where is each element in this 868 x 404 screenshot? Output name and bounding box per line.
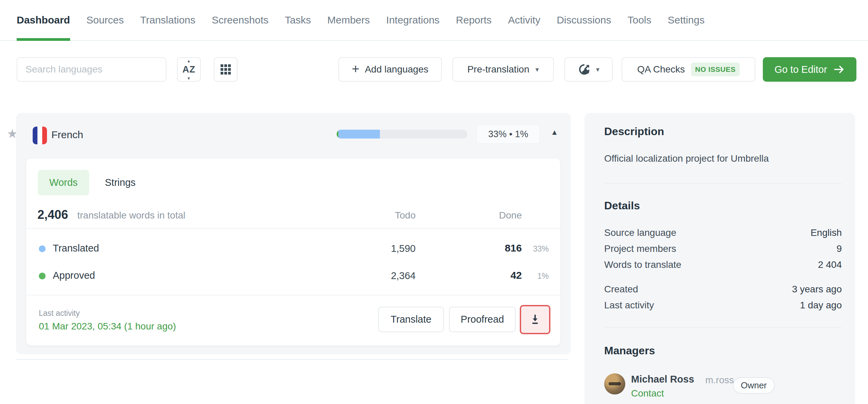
detail-label: Source language <box>604 227 676 238</box>
tab-words[interactable]: Words <box>38 170 89 195</box>
progress-summary-chip: 33% • 1% <box>477 125 540 144</box>
description-title: Description <box>604 125 664 138</box>
column-header-todo: Todo <box>395 210 416 221</box>
tab-discussions[interactable]: Discussions <box>557 0 611 40</box>
detail-value: 9 <box>836 243 842 254</box>
details-title: Details <box>604 199 640 212</box>
project-nav: Dashboard Sources Translations Screensho… <box>0 0 868 41</box>
language-name: French <box>51 129 83 141</box>
manager-name: Michael Ross <box>631 374 694 385</box>
add-languages-button[interactable]: + Add languages <box>338 57 442 82</box>
detail-label: Words to translate <box>604 259 681 270</box>
chevron-down-icon: ▾ <box>596 65 599 74</box>
add-languages-label: Add languages <box>365 64 429 75</box>
project-info-panel: Description Official localization projec… <box>584 113 855 404</box>
table-row-approved: Approved 2,364 42 1% <box>26 264 560 288</box>
manager-username: m.ross <box>705 375 734 386</box>
qa-checks-button[interactable]: QA Checks NO ISSUES <box>622 57 755 82</box>
detail-row-words-to-translate: Words to translate 2 404 <box>604 257 842 273</box>
table-row-translated: Translated 1,590 816 33% <box>26 237 560 261</box>
sync-dropdown[interactable]: ▾ <box>564 57 613 82</box>
divider <box>604 327 842 328</box>
detail-value: 1 day ago <box>800 300 842 311</box>
row-label: Approved <box>53 270 95 281</box>
proofread-button[interactable]: Proofread <box>449 307 516 332</box>
collapse-panel-icon[interactable]: ▲ <box>551 128 558 137</box>
tab-members[interactable]: Members <box>327 0 370 40</box>
pre-translation-label: Pre-translation <box>467 64 529 75</box>
tab-reports[interactable]: Reports <box>456 0 492 40</box>
detail-value: English <box>810 227 842 238</box>
detail-value: 2 404 <box>818 259 842 270</box>
tab-sources[interactable]: Sources <box>86 0 124 40</box>
column-header-done: Done <box>499 210 522 221</box>
language-card-french: French 33% • 1% ▲ Words Strings 2,406 tr… <box>16 113 571 354</box>
divider <box>16 359 568 360</box>
detail-row-created: Created 3 years ago <box>604 281 842 297</box>
row-label: Translated <box>53 243 99 254</box>
french-flag-icon <box>33 127 47 144</box>
tab-dashboard[interactable]: Dashboard <box>17 0 70 40</box>
translated-dot-icon <box>39 245 46 252</box>
units-tabs: Words Strings <box>38 170 135 195</box>
languages-toolbar: AZ + Add languages Pre-translation ▾ ▾ Q… <box>0 57 868 82</box>
go-to-editor-label: Go to Editor <box>774 64 827 75</box>
search-input[interactable] <box>26 64 158 75</box>
description-text: Official localization project for Umbrel… <box>604 153 769 164</box>
divider <box>26 295 560 295</box>
translation-progress-bar <box>337 130 467 139</box>
search-languages-field[interactable] <box>17 57 166 82</box>
tab-translations[interactable]: Translations <box>140 0 195 40</box>
row-done-value: 42 <box>511 270 522 281</box>
download-button-highlighted[interactable] <box>520 305 550 334</box>
detail-label: Last activity <box>604 300 654 311</box>
detail-row-source-language: Source language English <box>604 225 842 241</box>
total-words-value: 2,406 <box>37 208 68 222</box>
last-activity-label: Last activity <box>39 309 80 318</box>
tab-activity[interactable]: Activity <box>508 0 540 40</box>
row-todo-value: 2,364 <box>391 270 416 281</box>
grid-view-button[interactable] <box>214 57 238 82</box>
details-list-secondary: Created 3 years ago Last activity 1 day … <box>604 281 842 313</box>
qa-checks-label: QA Checks <box>637 64 685 75</box>
tab-strings[interactable]: Strings <box>105 177 135 188</box>
detail-row-last-activity: Last activity 1 day ago <box>604 297 842 313</box>
translated-progress-segment <box>338 130 380 139</box>
go-to-editor-button[interactable]: Go to Editor <box>763 57 856 82</box>
chevron-down-icon: ▾ <box>535 65 539 74</box>
tab-settings[interactable]: Settings <box>668 0 705 40</box>
divider <box>26 228 560 229</box>
tab-tasks[interactable]: Tasks <box>285 0 311 40</box>
detail-label: Project members <box>604 243 676 254</box>
tab-tools[interactable]: Tools <box>627 0 651 40</box>
detail-row-project-members: Project members 9 <box>604 241 842 257</box>
manager-contact-link[interactable]: Contact <box>631 388 664 399</box>
plus-icon: + <box>352 62 359 75</box>
qa-status-badge: NO ISSUES <box>691 63 740 76</box>
tab-screenshots[interactable]: Screenshots <box>212 0 269 40</box>
manager-avatar <box>604 373 625 394</box>
sort-az-icon: AZ <box>182 64 195 75</box>
managers-title: Managers <box>604 344 655 357</box>
last-activity-link[interactable]: 01 Mar 2023, 05:34 (1 hour ago) <box>39 321 176 332</box>
approved-dot-icon <box>39 273 46 279</box>
translate-button[interactable]: Translate <box>378 307 444 332</box>
sort-alphabetically-button[interactable]: AZ <box>177 57 201 82</box>
detail-label: Created <box>604 284 638 295</box>
detail-value: 3 years ago <box>792 284 842 295</box>
row-percent-value: 33% <box>533 244 549 254</box>
cloud-sync-icon <box>578 63 591 76</box>
download-icon <box>529 314 541 325</box>
grid-view-icon <box>221 64 231 75</box>
row-done-value: 816 <box>505 242 522 254</box>
language-stats-panel: Words Strings 2,406 translatable words i… <box>26 159 560 345</box>
arrow-right-icon <box>833 64 845 75</box>
row-percent-value: 1% <box>537 272 549 281</box>
pre-translation-dropdown[interactable]: Pre-translation ▾ <box>452 57 554 82</box>
row-todo-value: 1,590 <box>391 243 416 254</box>
total-words-caption: translatable words in total <box>77 210 186 221</box>
tab-integrations[interactable]: Integrations <box>386 0 440 40</box>
manager-role-badge: Owner <box>733 377 775 394</box>
divider <box>604 183 842 183</box>
details-list: Source language English Project members … <box>604 225 842 273</box>
